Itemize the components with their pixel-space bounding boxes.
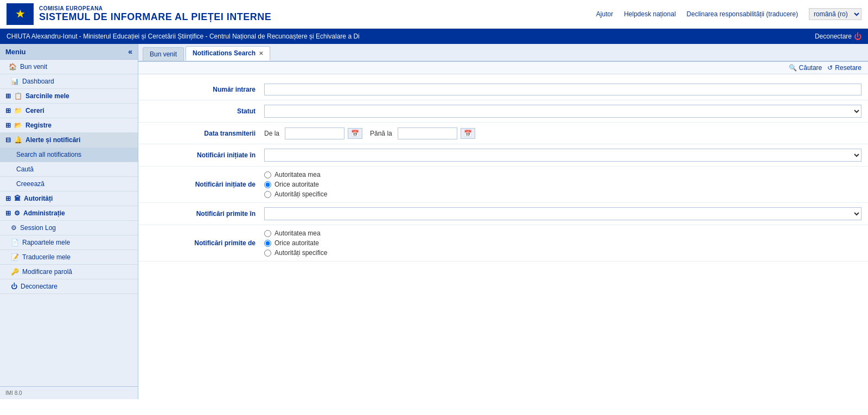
autoritati-icon: 🏛 bbox=[14, 195, 21, 202]
reset-button[interactable]: ↺ Resetare bbox=[827, 64, 861, 72]
alerte-icon: 🔔 bbox=[14, 136, 22, 144]
logo-area: ★ COMISIA EUROPEANA SISTEMUL DE INFORMAR… bbox=[7, 3, 271, 25]
de-la-label: De la bbox=[264, 130, 279, 137]
tab-close-icon[interactable]: ✕ bbox=[259, 50, 263, 56]
sidebar-item-label: Traducerile mele bbox=[22, 253, 71, 261]
sidebar-item-label: Creeează bbox=[16, 180, 44, 188]
expand-icon: ⊞ bbox=[5, 195, 11, 202]
radio-init-orice-autoritate-input[interactable] bbox=[264, 181, 271, 188]
sidebar-item-dashboard[interactable]: 📊 Dashboard bbox=[0, 74, 138, 89]
dashboard-icon: 📊 bbox=[11, 78, 19, 85]
top-nav: Ajutor Helpdesk național Declinarea resp… bbox=[596, 8, 861, 20]
radio-prim-orice-autoritate-label: Orice autoritate bbox=[275, 239, 319, 247]
user-info: CHIUTA Alexandru-Ionut - Ministerul Educ… bbox=[7, 33, 360, 40]
sidebar-item-label: Administrație bbox=[23, 209, 65, 217]
sidebar-item-label: Deconectare bbox=[21, 283, 58, 290]
content-area: Bun venit Notifications Search ✕ 🔍 Căuta… bbox=[138, 44, 868, 399]
de-la-calendar-button[interactable]: 📅 bbox=[348, 128, 362, 139]
radio-prim-autoritatea-mea-input[interactable] bbox=[264, 230, 271, 237]
sidebar-item-modificare-parola[interactable]: 🔑 Modificare parolă bbox=[0, 265, 138, 279]
sidebar-item-traducerile-mele[interactable]: 📝 Traducerile mele bbox=[0, 250, 138, 265]
eu-logo: ★ bbox=[7, 3, 34, 25]
sidebar-item-session-log[interactable]: ⚙ Session Log bbox=[0, 221, 138, 235]
sidebar-title: Meniu bbox=[5, 48, 26, 56]
search-label: Căutare bbox=[799, 64, 822, 72]
sidebar-item-rapoartele-mele[interactable]: 📄 Rapoartele mele bbox=[0, 235, 138, 250]
sidebar-item-label: Rapoartele mele bbox=[22, 239, 70, 246]
sidebar-item-label: Caută bbox=[16, 165, 34, 173]
radio-init-autoritati-specifice-input[interactable] bbox=[264, 191, 271, 198]
sidebar: Meniu « 🏠 Bun venit 📊 Dashboard ⊞ 📋 Sarc… bbox=[0, 44, 138, 399]
data-transmiterii-label: Data transmiterii bbox=[145, 130, 264, 137]
sidebar-item-label: Sarcinile mele bbox=[25, 92, 69, 100]
helpdesk-link[interactable]: Helpdesk național bbox=[624, 10, 675, 18]
sidebar-item-administratie[interactable]: ⊞ ⚙ Administrație bbox=[0, 206, 138, 221]
sidebar-header: Meniu « bbox=[0, 44, 138, 60]
key-icon: 🔑 bbox=[11, 268, 19, 276]
form-row-notificari-primite-in: Notificări primite în bbox=[138, 203, 868, 225]
sidebar-item-label: Autorități bbox=[24, 195, 53, 202]
sidebar-item-label: Session Log bbox=[20, 224, 56, 232]
notificari-primite-in-select[interactable] bbox=[264, 207, 861, 220]
sidebar-item-cereri[interactable]: ⊞ 📁 Cereri bbox=[0, 104, 138, 118]
reset-icon: ↺ bbox=[827, 64, 833, 72]
de-la-input[interactable] bbox=[285, 127, 344, 139]
disclaimer-link[interactable]: Declinarea responsabilității (traducere) bbox=[687, 10, 798, 18]
expand-icon: ⊟ bbox=[5, 136, 11, 144]
tab-bun-venit[interactable]: Bun venit bbox=[143, 47, 184, 61]
numar-intrare-input[interactable] bbox=[264, 84, 861, 95]
form-row-numar-intrare: Număr intrare bbox=[138, 79, 868, 100]
numar-intrare-label: Număr intrare bbox=[145, 86, 264, 93]
radio-prim-autoritatea-mea[interactable]: Autoritatea mea bbox=[264, 229, 327, 237]
form-row-notificari-initiate-de: Notificări inițiate de Autoritatea mea O… bbox=[138, 167, 868, 203]
radio-prim-autoritatea-mea-label: Autoritatea mea bbox=[275, 229, 321, 237]
notificari-initiate-de-control: Autoritatea mea Orice autoritate Autorit… bbox=[264, 171, 861, 198]
radio-prim-autoritati-specifice[interactable]: Autorități specifice bbox=[264, 249, 327, 257]
search-button[interactable]: 🔍 Căutare bbox=[789, 64, 822, 72]
notificari-initiate-in-control bbox=[264, 149, 861, 162]
radio-prim-orice-autoritate[interactable]: Orice autoritate bbox=[264, 239, 327, 247]
commission-label: COMISIA EUROPEANA bbox=[39, 5, 271, 11]
sidebar-item-bun-venit[interactable]: 🏠 Bun venit bbox=[0, 60, 138, 74]
sidebar-item-alerte-notificari[interactable]: ⊟ 🔔 Alerte și notificări bbox=[0, 133, 138, 148]
sidebar-item-registre[interactable]: ⊞ 📂 Registre bbox=[0, 118, 138, 133]
sidebar-item-cauta[interactable]: Caută bbox=[0, 162, 138, 177]
form-row-notificari-primite-de: Notificări primite de Autoritatea mea Or… bbox=[138, 225, 868, 261]
sidebar-item-autoritati[interactable]: ⊞ 🏛 Autorități bbox=[0, 191, 138, 206]
logo-text: COMISIA EUROPEANA SISTEMUL DE INFORMARE … bbox=[39, 5, 271, 23]
statut-control bbox=[264, 105, 861, 118]
pana-la-calendar-button[interactable]: 📅 bbox=[461, 128, 475, 139]
radio-prim-autoritati-specifice-input[interactable] bbox=[264, 250, 271, 257]
radio-prim-autoritati-specifice-label: Autorități specifice bbox=[275, 249, 327, 257]
statut-select[interactable] bbox=[264, 105, 861, 118]
tab-notifications-search[interactable]: Notifications Search ✕ bbox=[186, 46, 270, 61]
form-area: Număr intrare Statut Data transmiterii bbox=[138, 74, 868, 399]
logout-button[interactable]: Deconectare ⏻ bbox=[815, 32, 861, 41]
expand-icon: ⊞ bbox=[5, 209, 11, 217]
sidebar-item-label: Registre bbox=[25, 122, 52, 129]
radio-prim-orice-autoritate-input[interactable] bbox=[264, 240, 271, 247]
data-transmiterii-control: De la 📅 Până la 📅 bbox=[264, 127, 861, 139]
sidebar-item-creeaza[interactable]: Creeează bbox=[0, 177, 138, 191]
traduceri-icon: 📝 bbox=[11, 253, 19, 261]
logout-icon: ⏻ bbox=[854, 32, 861, 41]
ajutor-link[interactable]: Ajutor bbox=[596, 10, 613, 18]
pana-la-label: Până la bbox=[370, 130, 392, 137]
sidebar-collapse-button[interactable]: « bbox=[128, 47, 132, 56]
sidebar-item-label: Search all notifications bbox=[16, 151, 81, 158]
radio-init-autoritati-specifice-label: Autorități specifice bbox=[275, 190, 327, 198]
pana-la-input[interactable] bbox=[398, 127, 457, 139]
radio-init-autoritatea-mea-input[interactable] bbox=[264, 171, 271, 178]
notificari-initiate-in-select[interactable] bbox=[264, 149, 861, 162]
form-row-statut: Statut bbox=[138, 100, 868, 123]
radio-init-autoritati-specifice[interactable]: Autorități specifice bbox=[264, 190, 327, 198]
statut-label: Statut bbox=[145, 107, 264, 115]
sidebar-item-deconectare[interactable]: ⏻ Deconectare bbox=[0, 279, 138, 294]
expand-icon: ⊞ bbox=[5, 122, 11, 129]
language-select[interactable]: română (ro) English (en) français (fr) d… bbox=[809, 8, 861, 20]
radio-init-orice-autoritate[interactable]: Orice autoritate bbox=[264, 181, 327, 188]
numar-intrare-control bbox=[264, 84, 861, 95]
sidebar-item-sarcinile-mele[interactable]: ⊞ 📋 Sarcinile mele bbox=[0, 89, 138, 104]
radio-init-autoritatea-mea[interactable]: Autoritatea mea bbox=[264, 171, 327, 178]
sidebar-item-search-all[interactable]: Search all notifications bbox=[0, 148, 138, 162]
